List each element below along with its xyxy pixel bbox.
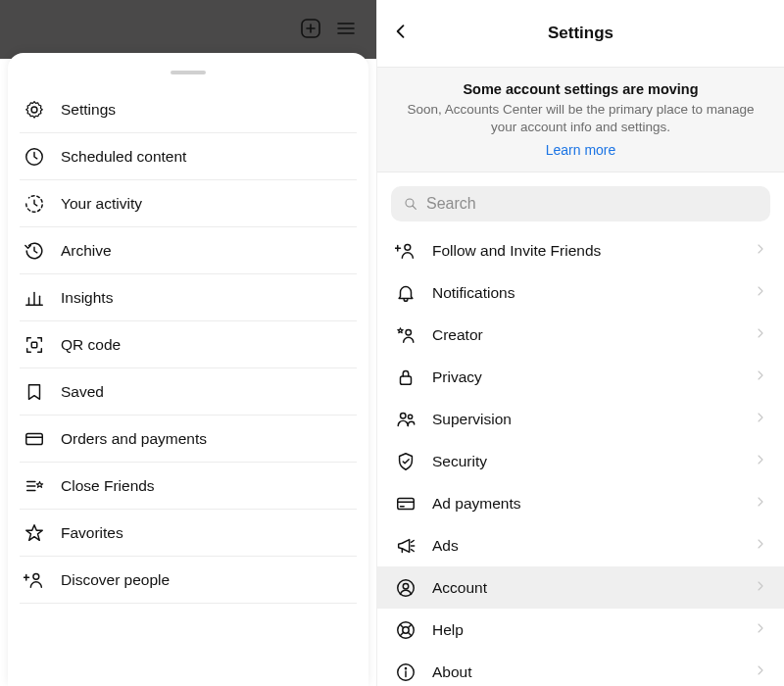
credit-card-icon (393, 491, 418, 516)
menu-label: Discover people (61, 571, 170, 589)
settings-label: About (432, 663, 753, 681)
add-person-icon (393, 238, 418, 264)
svg-point-40 (403, 583, 409, 589)
people-icon (393, 407, 418, 432)
settings-item-about[interactable]: About (377, 651, 784, 686)
menu-item-favorites[interactable]: Favorites (20, 510, 357, 557)
settings-label: Ads (432, 537, 753, 555)
svg-marker-19 (26, 524, 43, 540)
svg-line-38 (412, 550, 415, 552)
new-post-button[interactable] (298, 16, 323, 41)
sheet-grabber[interactable] (171, 71, 206, 74)
back-button[interactable] (391, 22, 413, 43)
left-top-bar (0, 0, 376, 59)
chevron-right-icon (753, 368, 768, 387)
settings-label: Supervision (432, 411, 753, 428)
profile-menu-pane: Settings Scheduled content Your activity (0, 0, 376, 686)
svg-line-44 (408, 624, 411, 627)
chevron-right-icon (753, 410, 768, 429)
svg-point-25 (405, 244, 411, 250)
settings-item-notifications[interactable]: Notifications (377, 271, 784, 314)
svg-point-6 (31, 107, 37, 113)
svg-rect-33 (398, 498, 415, 509)
settings-label: Creator (432, 326, 753, 344)
search-box[interactable] (391, 186, 770, 221)
chevron-right-icon (753, 494, 768, 514)
menu-item-qr-code[interactable]: QR code (20, 321, 357, 368)
menu-item-close-friends[interactable]: Close Friends (20, 463, 357, 510)
menu-label: Your activity (61, 195, 142, 213)
menu-label: Scheduled content (61, 148, 186, 166)
bell-icon (393, 280, 418, 306)
svg-line-45 (401, 632, 404, 635)
settings-item-follow-invite[interactable]: Follow and Invite Friends (377, 229, 784, 271)
gear-icon (20, 95, 49, 124)
svg-marker-18 (36, 481, 42, 487)
bar-chart-icon (20, 283, 49, 313)
lock-icon (393, 365, 418, 390)
menu-item-settings[interactable]: Settings (20, 86, 357, 133)
svg-marker-28 (398, 328, 404, 333)
chevron-right-icon (753, 325, 768, 345)
menu-item-archive[interactable]: Archive (20, 227, 357, 274)
settings-item-supervision[interactable]: Supervision (377, 398, 784, 440)
credit-card-icon (20, 424, 49, 454)
svg-rect-12 (31, 342, 37, 348)
chevron-right-icon (753, 283, 768, 303)
settings-label: Notifications (432, 284, 753, 302)
settings-item-security[interactable]: Security (377, 440, 784, 482)
chevron-right-icon (753, 536, 768, 556)
settings-item-ads[interactable]: Ads (377, 524, 784, 566)
chevron-right-icon (753, 662, 768, 682)
svg-point-32 (408, 415, 412, 418)
qr-code-icon (20, 330, 49, 360)
chevron-right-icon (753, 578, 768, 598)
banner-body: Soon, Accounts Center will be the primar… (397, 101, 764, 136)
accounts-center-banner: Some account settings are moving Soon, A… (377, 67, 784, 172)
settings-item-ad-payments[interactable]: Ad payments (377, 482, 784, 524)
shield-icon (393, 449, 418, 474)
settings-pane: Settings Some account settings are movin… (376, 0, 784, 686)
add-person-icon (20, 565, 49, 595)
svg-point-49 (405, 668, 406, 669)
settings-header: Settings (377, 0, 784, 67)
help-icon (393, 617, 418, 643)
menu-label: Settings (61, 101, 116, 119)
settings-item-help[interactable]: Help (377, 609, 784, 651)
menu-list: Settings Scheduled content Your activity (8, 86, 368, 604)
activity-icon (20, 189, 49, 219)
menu-item-orders-payments[interactable]: Orders and payments (20, 416, 357, 463)
settings-item-creator[interactable]: Creator (377, 314, 784, 356)
menu-label: QR code (61, 336, 121, 354)
account-icon (393, 575, 418, 601)
close-friends-icon (20, 471, 49, 501)
settings-label: Follow and Invite Friends (432, 242, 753, 260)
banner-title: Some account settings are moving (397, 81, 764, 97)
search-input[interactable] (426, 195, 759, 213)
chevron-right-icon (753, 452, 768, 471)
menu-item-saved[interactable]: Saved (20, 368, 357, 416)
settings-label: Privacy (432, 368, 753, 386)
menu-label: Favorites (61, 524, 123, 542)
settings-label: Help (432, 621, 753, 639)
megaphone-icon (393, 533, 418, 559)
menu-item-discover-people[interactable]: Discover people (20, 557, 357, 604)
banner-learn-more-link[interactable]: Learn more (397, 142, 764, 158)
svg-point-31 (401, 414, 407, 419)
settings-item-account[interactable]: Account (377, 566, 784, 609)
svg-rect-13 (26, 433, 43, 444)
menu-item-insights[interactable]: Insights (20, 274, 357, 321)
menu-label: Close Friends (61, 477, 155, 495)
settings-item-privacy[interactable]: Privacy (377, 356, 784, 398)
menu-item-scheduled-content[interactable]: Scheduled content (20, 133, 357, 180)
search-icon (403, 196, 418, 212)
settings-list: Follow and Invite Friends Notifications … (377, 229, 784, 686)
svg-line-43 (401, 624, 404, 627)
search-container (377, 172, 784, 229)
hamburger-menu-button[interactable] (333, 16, 359, 41)
menu-item-your-activity[interactable]: Your activity (20, 180, 357, 227)
svg-line-36 (412, 540, 415, 542)
svg-rect-30 (401, 376, 412, 384)
settings-label: Account (432, 579, 753, 597)
svg-line-24 (413, 206, 416, 209)
